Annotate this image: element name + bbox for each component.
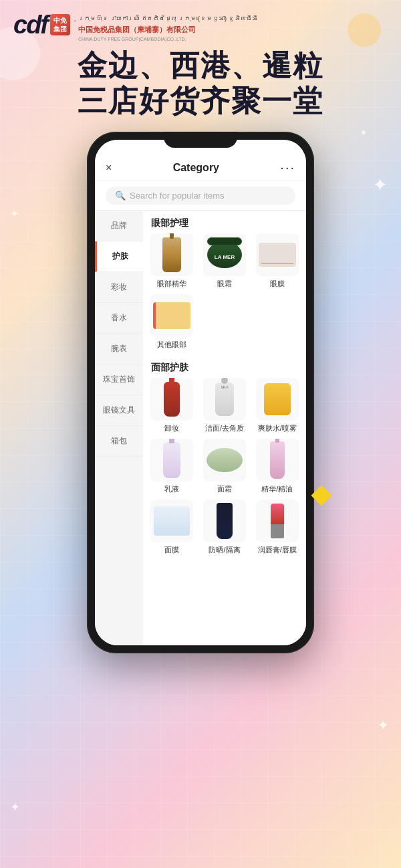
product-img-eye-serum <box>150 233 193 276</box>
search-input[interactable]: Search for popular items <box>130 191 225 201</box>
sidebar-item-hufu[interactable]: 护肤 <box>95 241 143 272</box>
sidebar-item-caizhuang[interactable]: 彩妆 <box>95 272 143 303</box>
banner-top: cdf 中免 集团 ក្រុមហ៊ុន រាយការណ៍ ឥតគិតថ្លៃ ក… <box>13 12 388 43</box>
product-label-eye-cream: 眼霜 <box>217 279 232 289</box>
product-lip[interactable]: 润唇膏/唇膜 <box>253 500 301 555</box>
sidebar-item-yanjing[interactable]: 眼镜文具 <box>95 395 143 426</box>
product-lotion[interactable]: 乳液 <box>148 439 196 494</box>
face-cream-illustration <box>207 448 243 472</box>
section-title-eye: 眼部护理 <box>148 211 301 233</box>
product-img-face-mask <box>150 500 193 542</box>
star-deco-4: ✦ <box>10 800 20 815</box>
product-eye-serum[interactable]: 眼部精华 <box>148 233 196 289</box>
product-label-makeup-remover: 卸妆 <box>164 423 179 433</box>
banner-headline: 金边、西港、暹粒 三店好货齐聚一堂 <box>13 48 388 119</box>
makeup-remover-illustration <box>164 382 180 417</box>
eye-serum-illustration <box>162 237 181 272</box>
product-img-eye-cream: LA MER <box>203 233 246 276</box>
eye-cream-lid <box>207 237 242 245</box>
main-product-area: 眼部护理 眼部精华 <box>143 211 306 645</box>
star-deco-5: ✦ <box>377 717 389 734</box>
product-other-eye[interactable]: 其他眼部 <box>148 294 196 350</box>
product-label-eye-mask: 眼膜 <box>270 279 285 289</box>
product-essence[interactable]: 精华/精油 <box>253 439 301 494</box>
search-icon: 🔍 <box>115 191 126 201</box>
product-toner[interactable]: 爽肤水/喷雾 <box>253 378 301 433</box>
close-button[interactable]: × <box>106 162 112 174</box>
khmer-text: ក្រុមហ៊ុន រាយការណ៍ ឥតគិតថ្លៃ ក្រុម (ខេមប… <box>78 15 259 23</box>
product-label-cleanser: 洁面/去角质 <box>205 423 244 433</box>
more-button[interactable]: ··· <box>280 160 295 175</box>
product-img-toner <box>256 378 299 421</box>
face-product-grid: 卸妆 SK-II 洁面/去角质 <box>148 378 301 560</box>
product-img-other-eye <box>150 294 193 337</box>
toner-illustration <box>264 383 291 415</box>
cdf-badge: 中免 集团 <box>50 14 70 35</box>
page-title: Category <box>173 162 219 174</box>
eye-mask-illustration <box>259 243 296 267</box>
company-name-en: CHINA DUTY FREE GROUP(CAMBODIA)CO.,LTD. <box>78 36 259 43</box>
product-eye-cream[interactable]: LA MER 眼霜 <box>201 233 249 289</box>
search-bar: 🔍 Search for popular items <box>95 181 306 211</box>
product-label-sunscreen: 防晒/隔离 <box>209 545 240 555</box>
sidebar-item-pinpai[interactable]: 品牌 <box>95 211 143 241</box>
lip-illustration <box>271 504 284 538</box>
product-label-face-mask: 面膜 <box>164 545 179 555</box>
product-label-toner: 爽肤水/喷雾 <box>258 423 297 433</box>
sidebar-item-xiangshui[interactable]: 香水 <box>95 303 143 334</box>
product-label-lip: 润唇膏/唇膜 <box>258 545 297 555</box>
phone-wrapper: × Category ··· 🔍 Search for popular item… <box>0 132 401 653</box>
cleanser-illustration: SK-II <box>215 383 234 416</box>
product-eye-mask[interactable]: 眼膜 <box>253 233 301 289</box>
product-face-cream[interactable]: 面霜 <box>201 439 249 494</box>
company-name-cn: 中国免税品集团（柬埔寨）有限公司 <box>78 25 259 35</box>
sidebar: 品牌 护肤 彩妆 香水 腕表 珠宝首饰 <box>95 211 143 645</box>
product-label-essence: 精华/精油 <box>261 484 293 494</box>
product-img-cleanser: SK-II <box>203 378 246 421</box>
product-label-lotion: 乳液 <box>164 484 179 494</box>
product-img-makeup-remover <box>150 378 193 421</box>
product-img-sunscreen <box>203 500 246 542</box>
essence-illustration <box>270 441 285 479</box>
product-cleanser[interactable]: SK-II 洁面/去角质 <box>201 378 249 433</box>
sunscreen-illustration <box>217 503 233 539</box>
banner: cdf 中免 集团 ក្រុមហ៊ុន រាយការណ៍ ឥតគិតថ្លៃ ក… <box>0 0 401 125</box>
phone-notch <box>164 132 237 148</box>
product-img-lip <box>256 500 299 542</box>
product-img-eye-mask <box>256 233 299 276</box>
cdf-logo: cdf 中免 集团 <box>13 12 70 37</box>
phone-screen: × Category ··· 🔍 Search for popular item… <box>95 140 306 645</box>
search-input-wrap[interactable]: 🔍 Search for popular items <box>106 187 295 205</box>
sidebar-item-zhubao[interactable]: 珠宝首饰 <box>95 364 143 395</box>
phone-outer: × Category ··· 🔍 Search for popular item… <box>87 132 314 653</box>
banner-text-right: ក្រុមហ៊ុន រាយការណ៍ ឥតគិតថ្លៃ ក្រុម (ខេមប… <box>78 12 259 43</box>
sidebar-item-xiangbao[interactable]: 箱包 <box>95 426 143 457</box>
sidebar-item-wanbiao[interactable]: 腕表 <box>95 334 143 364</box>
yellow-diamond-deco <box>314 488 329 503</box>
eye-cream-illustration: LA MER <box>207 241 242 268</box>
product-img-face-cream <box>203 439 246 481</box>
product-sunscreen[interactable]: 防晒/隔离 <box>201 500 249 555</box>
product-label-other-eye: 其他眼部 <box>157 340 186 350</box>
product-label-eye-serum: 眼部精华 <box>157 279 186 289</box>
eye-product-grid: 眼部精华 LA MER 眼霜 <box>148 233 301 355</box>
product-img-lotion <box>150 439 193 481</box>
product-makeup-remover[interactable]: 卸妆 <box>148 378 196 433</box>
product-face-mask[interactable]: 面膜 <box>148 500 196 555</box>
lotion-illustration <box>163 442 180 478</box>
section-title-face: 面部护肤 <box>148 355 301 378</box>
app-content: 品牌 护肤 彩妆 香水 腕表 珠宝首饰 <box>95 211 306 645</box>
face-mask-illustration <box>154 506 190 536</box>
other-eye-illustration <box>153 302 190 329</box>
product-label-face-cream: 面霜 <box>217 484 232 494</box>
cdf-text: cdf <box>13 12 47 37</box>
product-img-essence <box>256 439 299 481</box>
